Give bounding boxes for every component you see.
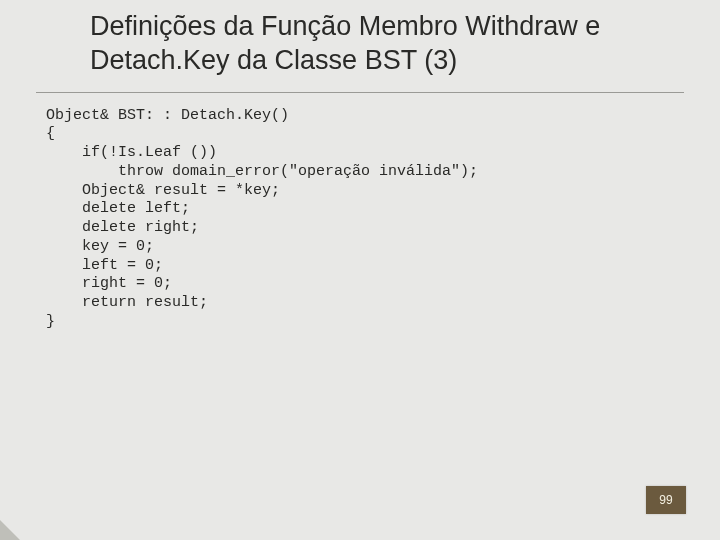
code-block: Object& BST: : Detach.Key() { if(!Is.Lea… [0,93,720,332]
page-number-badge: 99 [646,486,686,514]
slide-title: Definições da Função Membro Withdraw e D… [90,10,680,78]
slide: Definições da Função Membro Withdraw e D… [0,0,720,540]
corner-fold-icon [0,520,20,540]
page-number: 99 [659,493,672,507]
title-block: Definições da Função Membro Withdraw e D… [0,0,720,86]
